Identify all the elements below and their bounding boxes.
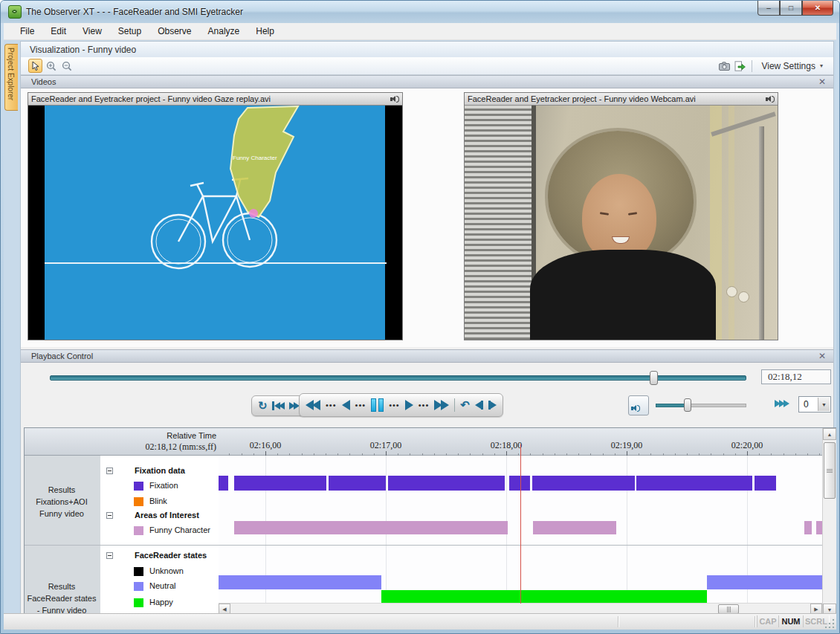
loop-playback-icon[interactable]: ↻ (258, 401, 268, 411)
visualization-panel: Visualization - Funny video (20, 41, 834, 614)
jump-to-start-button[interactable] (272, 401, 285, 410)
fixation-bar (388, 476, 505, 491)
tick-label: 02:16,00 (250, 440, 281, 451)
speed-icon (775, 400, 789, 407)
step-forward-button[interactable] (488, 401, 497, 410)
result-group-label: ResultsFaceReader states- Funny video (25, 580, 99, 616)
gaze-replay-video-content: Funny Character (28, 106, 402, 340)
webcam-video-titlebar: FaceReader and Eyetracker project - Funn… (465, 93, 778, 106)
happy-bar (381, 590, 707, 604)
collapse-icon[interactable] (106, 468, 113, 474)
speed-dropdown[interactable]: 0 ▼ (798, 396, 831, 413)
speaker-icon (631, 405, 641, 413)
play-button[interactable] (405, 400, 413, 410)
time-display: 02:18,12 (761, 369, 831, 384)
legend-row: FaceReader states (100, 550, 219, 562)
seek-slider-track[interactable] (50, 375, 746, 381)
legend-row: Happy (100, 597, 219, 609)
resize-grip[interactable] (825, 618, 835, 628)
legend-item-label: Blink (149, 496, 167, 505)
view-settings-label: View Settings (761, 61, 815, 71)
speed-value: 0 (804, 399, 809, 410)
fixation-bar (234, 476, 326, 491)
playback-close-icon[interactable]: ✕ (817, 351, 827, 361)
chevron-down-icon: ▾ (820, 62, 823, 69)
legend-section-title: FaceReader states (135, 551, 207, 560)
export-button[interactable] (733, 59, 747, 73)
snapshot-button[interactable] (717, 59, 731, 73)
num-lock-indicator: NUM (778, 615, 804, 627)
videos-panel-body: FaceReader and Eyetracker project - Funn… (21, 88, 833, 347)
timeline-panel: Relative Time 02:18,12 (mm:ss,ff) 02:16,… (24, 427, 836, 616)
maximize-button[interactable]: □ (780, 1, 802, 16)
replay-last-icon[interactable]: ↶ (460, 400, 470, 410)
webcam-video[interactable]: FaceReader and Eyetracker project - Funn… (464, 92, 778, 340)
volume-slider-handle[interactable] (684, 398, 691, 412)
videos-close-icon[interactable]: ✕ (817, 77, 827, 87)
observer-xt-window: The Observer XT - - - FaceReader and SMI… (0, 0, 840, 634)
zoom-out-button[interactable] (59, 59, 74, 73)
menu-file[interactable]: File (13, 25, 42, 38)
close-button[interactable]: ✕ (802, 1, 833, 16)
view-settings-button[interactable]: View Settings ▾ (757, 59, 827, 73)
vertical-scrollbar[interactable]: ▲ ▼ (822, 428, 836, 615)
gaze-replay-video-title: FaceReader and Eyetracker project - Funn… (31, 94, 271, 103)
fixation-swatch (134, 482, 143, 491)
play-backward-button[interactable] (342, 400, 350, 410)
legend-column: Fixation dataFixationBlinkAreas of Inter… (100, 456, 219, 615)
playback-panel-body: 02:18,12 ↻ •• (21, 363, 833, 427)
menu-view[interactable]: View (75, 25, 109, 38)
visualization-header: Visualization - Funny video (21, 42, 833, 58)
fixation-bar (755, 476, 776, 491)
collapse-icon[interactable] (106, 552, 113, 559)
project-explorer-label: Project Explorer (7, 48, 15, 100)
mute-button[interactable] (628, 395, 649, 415)
tick-label: 02:19,00 (611, 440, 642, 451)
playback-panel-title: Playback Control (31, 352, 93, 360)
minimize-button[interactable]: – (757, 1, 780, 16)
playhead-line[interactable] (520, 444, 521, 604)
menu-analyze[interactable]: Analyze (201, 25, 248, 38)
vertical-scroll-thumb[interactable] (824, 442, 836, 499)
visualization-title: Visualization - Funny video (30, 45, 136, 55)
funny-character-swatch (134, 526, 143, 535)
pause-button[interactable] (371, 398, 384, 412)
fixation-bar (219, 476, 228, 491)
dropdown-arrow-icon[interactable]: ▼ (818, 398, 830, 411)
legend-item-label: Unknown (149, 566, 184, 575)
playback-panel-header: Playback Control ✕ (21, 349, 833, 363)
menu-observe[interactable]: Observe (150, 25, 198, 38)
audio-icon (390, 96, 399, 103)
step-back-button[interactable] (475, 401, 483, 410)
transport-button-group: ••• ••• ••• ••• ↶ (299, 393, 503, 417)
relative-time-label: Relative Time (25, 430, 216, 441)
fixation-bar (329, 476, 386, 491)
neutral-swatch (134, 582, 143, 591)
blink-swatch (134, 497, 143, 506)
cursor-icon (31, 61, 40, 71)
menu-help[interactable]: Help (248, 25, 282, 38)
select-cursor-button[interactable] (28, 59, 42, 73)
collapse-icon[interactable] (106, 512, 113, 519)
seek-slider-handle[interactable] (650, 371, 658, 385)
aoi-polygon (230, 106, 298, 217)
menu-setup[interactable]: Setup (111, 25, 149, 38)
legend-row: Unknown (100, 566, 219, 578)
window-blinds (465, 106, 536, 340)
fixation-bar (636, 476, 752, 491)
menu-edit[interactable]: Edit (43, 25, 74, 38)
neutral-bar (219, 575, 381, 589)
gaze-replay-video[interactable]: FaceReader and Eyetracker project - Funn… (28, 92, 403, 340)
export-icon (734, 61, 746, 71)
webcam-video-title: FaceReader and Eyetracker project - Funn… (468, 94, 696, 103)
zoom-in-button[interactable] (44, 59, 58, 73)
visualization-toolbar: View Settings ▾ (21, 57, 833, 75)
title-bar[interactable]: The Observer XT - - - FaceReader and SMI… (1, 1, 839, 23)
scroll-up-icon[interactable]: ▲ (823, 428, 836, 440)
legend-item-label: Funny Character (149, 525, 210, 534)
current-time-label: 02:18,12 (mm:ss,ff) (25, 441, 216, 453)
fast-forward-button[interactable] (434, 400, 449, 410)
rewind-button[interactable] (306, 400, 320, 410)
project-explorer-tab[interactable]: Project Explorer (4, 44, 18, 111)
funny-character-aoi-bar (533, 521, 616, 534)
